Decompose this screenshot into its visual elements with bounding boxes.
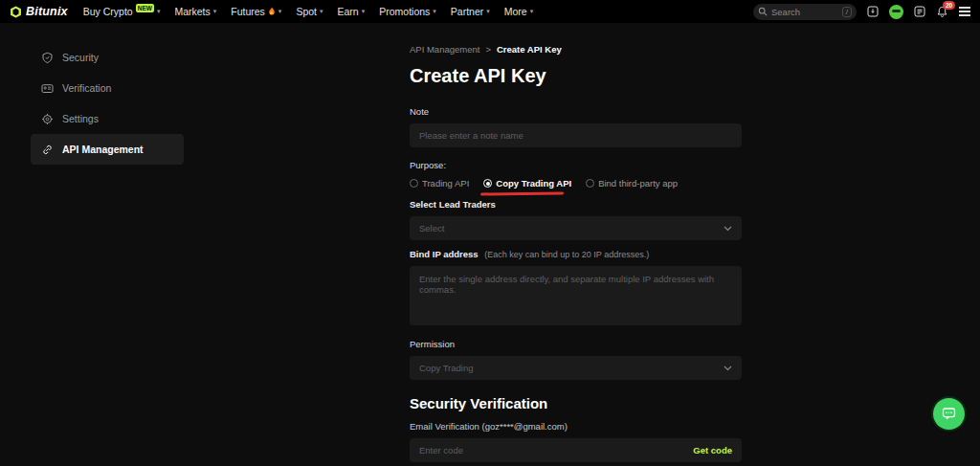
download-app-button[interactable] — [867, 6, 879, 17]
radio-trading-api[interactable]: Trading API — [410, 178, 469, 189]
purpose-label: Purpose: — [410, 160, 742, 171]
shield-icon — [41, 52, 54, 64]
nav-label: Spot — [296, 6, 317, 17]
permission-select[interactable]: Copy Trading — [410, 356, 742, 380]
lead-traders-label: Select Lead Traders — [410, 199, 742, 211]
annotation-red-underline — [480, 192, 564, 196]
breadcrumb: API Management > Create API Key — [410, 44, 742, 55]
sidebar-item-label: Verification — [62, 82, 111, 94]
sidebar-item-label: API Management — [62, 144, 144, 155]
purpose-radio-group: Trading API Copy Trading API Bind third-… — [410, 178, 742, 189]
sidebar-item-label: Security — [62, 52, 99, 63]
nav-label: More — [504, 6, 527, 17]
nav-earn[interactable]: Earn ▾ — [338, 6, 366, 17]
radio-label: Trading API — [422, 178, 469, 189]
nav-futures[interactable]: Futures ▾ — [231, 6, 281, 17]
new-badge: NEW — [136, 4, 154, 12]
sidebar-item-api-management[interactable]: API Management — [31, 134, 184, 165]
nav-label: Markets — [174, 6, 210, 17]
nav-label: Earn — [338, 6, 359, 17]
chevron-down-icon: ▾ — [530, 8, 534, 15]
sidebar-item-verification[interactable]: Verification — [31, 73, 184, 103]
sidebar: Security Verification Settings API Manag… — [31, 42, 184, 165]
flame-icon — [268, 7, 276, 16]
chevron-down-icon: ▾ — [278, 8, 282, 15]
search-input[interactable]: Search / — [753, 4, 857, 20]
nav-label: Futures — [231, 6, 265, 17]
chevron-down-icon — [724, 226, 732, 232]
radio-circle-icon — [586, 179, 594, 188]
search-placeholder: Search — [771, 7, 838, 17]
breadcrumb-current: Create API Key — [497, 44, 562, 55]
nav-partner[interactable]: Partner ▾ — [451, 6, 490, 17]
code-input[interactable] — [419, 445, 685, 455]
breadcrumb-parent[interactable]: API Management — [410, 44, 479, 55]
bitunix-logo[interactable]: Bitunix — [10, 5, 68, 18]
slash-shortcut: / — [842, 7, 852, 17]
bitunix-logo-icon — [10, 6, 22, 18]
nav-promotions[interactable]: Promotions ▾ — [379, 6, 436, 17]
chevron-down-icon: ▾ — [362, 8, 366, 15]
search-icon — [758, 7, 768, 16]
radio-label: Bind third-party app — [598, 178, 678, 189]
chevron-down-icon — [724, 366, 732, 371]
assets-icon — [914, 6, 925, 17]
security-verification-title: Security Verification — [410, 395, 742, 411]
nav-spot[interactable]: Spot ▾ — [296, 6, 323, 17]
bind-ip-hint: (Each key can bind up to 20 IP addresses… — [484, 250, 649, 259]
id-card-icon — [41, 82, 54, 95]
select-value: Select — [419, 223, 724, 233]
nav-more[interactable]: More ▾ — [504, 6, 533, 17]
nav-label: Partner — [451, 6, 483, 17]
main-nav: Buy Crypto NEW ▾ Markets ▾ Futures ▾ Spo… — [83, 6, 533, 17]
menu-icon[interactable] — [959, 7, 970, 16]
note-input[interactable] — [410, 123, 742, 147]
sidebar-item-security[interactable]: Security — [31, 42, 184, 73]
brand-text: Bitunix — [26, 5, 68, 18]
bind-ip-label: Bind IP address (Each key can bind up to… — [410, 249, 742, 260]
bind-ip-textarea[interactable] — [410, 266, 742, 325]
radio-bind-third-party-app[interactable]: Bind third-party app — [586, 178, 678, 189]
nav-buy-crypto[interactable]: Buy Crypto NEW ▾ — [83, 6, 161, 17]
chat-widget-button[interactable] — [933, 398, 965, 430]
chat-bubble-icon — [941, 406, 957, 422]
assets-button[interactable] — [914, 6, 925, 17]
main-content: API Management > Create API Key Create A… — [410, 23, 742, 462]
page-title: Create API Key — [410, 64, 742, 87]
radio-copy-trading-api[interactable]: Copy Trading API — [483, 178, 571, 189]
chevron-down-icon: ▾ — [433, 8, 436, 15]
download-app-icon — [867, 6, 879, 17]
top-navbar: Bitunix Buy Crypto NEW ▾ Markets ▾ Futur… — [0, 0, 980, 23]
note-label: Note — [410, 106, 742, 118]
select-value: Copy Trading — [419, 363, 724, 373]
nav-markets[interactable]: Markets ▾ — [174, 6, 216, 17]
notification-count-badge: 20 — [943, 1, 955, 10]
chevron-down-icon: ▾ — [213, 8, 217, 15]
sidebar-item-settings[interactable]: Settings — [31, 103, 184, 134]
nav-label: Promotions — [379, 6, 430, 17]
verification-code-row: Get code — [410, 438, 742, 462]
chevron-down-icon: ▾ — [320, 8, 323, 15]
link-icon — [41, 144, 54, 156]
chevron-down-icon: ▾ — [157, 8, 161, 15]
breadcrumb-separator-icon: > — [485, 44, 491, 55]
nav-label: Buy Crypto — [83, 6, 133, 17]
navbar-right: Search / 20 — [753, 4, 970, 20]
chevron-down-icon: ▾ — [486, 8, 490, 15]
get-code-button[interactable]: Get code — [693, 445, 732, 455]
sidebar-item-label: Settings — [62, 113, 99, 124]
gear-icon — [41, 113, 54, 125]
radio-checked-icon — [483, 179, 492, 188]
permission-label: Permission — [410, 339, 742, 350]
avatar[interactable] — [889, 5, 903, 19]
notifications-button[interactable]: 20 — [936, 6, 948, 18]
radio-circle-icon — [410, 179, 418, 188]
lead-traders-select[interactable]: Select — [410, 216, 742, 240]
email-verification-label: Email Verification (goz****@gmail.com) — [410, 421, 742, 433]
bind-ip-label-text: Bind IP address — [410, 249, 479, 259]
radio-label: Copy Trading API — [496, 178, 571, 189]
